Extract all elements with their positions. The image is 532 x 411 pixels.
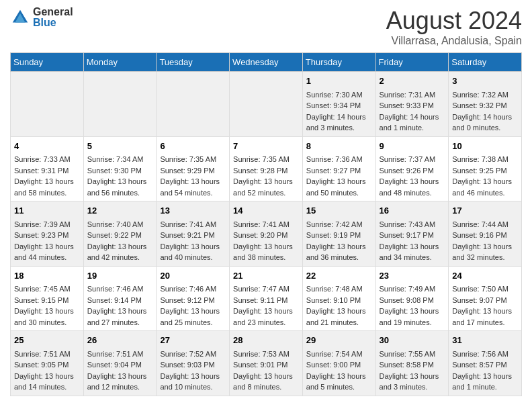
day-info-line: Sunset: 9:16 PM xyxy=(452,230,518,241)
day-info-line: Sunset: 9:29 PM xyxy=(160,165,226,177)
calendar-cell: 27Sunrise: 7:52 AMSunset: 9:03 PMDayligh… xyxy=(157,331,230,396)
day-info-line: Sunset: 9:10 PM xyxy=(306,295,372,306)
day-info-line: and 12 minutes. xyxy=(87,381,153,393)
calendar-cell xyxy=(157,72,230,137)
header-tuesday: Tuesday xyxy=(157,53,230,72)
day-info-line: Sunrise: 7:43 AM xyxy=(380,219,445,230)
calendar-header: Sunday Monday Tuesday Wednesday Thursday… xyxy=(11,53,522,72)
day-info-line: Sunset: 9:34 PM xyxy=(306,100,372,111)
calendar-week-3: 18Sunrise: 7:45 AMSunset: 9:15 PMDayligh… xyxy=(11,266,522,331)
day-info-line: Sunset: 9:26 PM xyxy=(380,165,445,177)
day-number: 11 xyxy=(14,204,80,218)
day-number: 27 xyxy=(160,334,226,347)
calendar-body: 1Sunrise: 7:30 AMSunset: 9:34 PMDaylight… xyxy=(11,72,522,396)
day-info-line: Sunrise: 7:38 AM xyxy=(452,154,518,165)
day-number: 28 xyxy=(233,334,299,347)
day-number: 6 xyxy=(160,140,226,153)
calendar-cell: 26Sunrise: 7:51 AMSunset: 9:04 PMDayligh… xyxy=(83,331,157,396)
day-info-line: Sunrise: 7:46 AM xyxy=(160,283,226,295)
day-info-line: Sunrise: 7:53 AM xyxy=(233,349,299,360)
day-info-line: Daylight: 13 hours xyxy=(160,371,226,382)
day-info-line: Sunset: 9:25 PM xyxy=(452,165,518,177)
day-number: 23 xyxy=(380,269,445,283)
day-info-line: Daylight: 13 hours xyxy=(452,241,518,253)
day-info-line: and 58 minutes. xyxy=(14,187,80,199)
day-info-line: Sunrise: 7:52 AM xyxy=(160,349,226,360)
calendar-cell: 14Sunrise: 7:41 AMSunset: 9:20 PMDayligh… xyxy=(230,201,303,267)
day-number: 15 xyxy=(306,204,372,218)
day-info-line: Sunrise: 7:46 AM xyxy=(87,283,153,295)
day-info-line: Sunrise: 7:50 AM xyxy=(452,283,518,295)
day-number: 14 xyxy=(233,204,299,218)
day-info-line: and 23 minutes. xyxy=(233,317,299,328)
calendar-cell: 12Sunrise: 7:40 AMSunset: 9:22 PMDayligh… xyxy=(83,201,157,267)
day-info-line: and 0 minutes. xyxy=(452,122,518,134)
day-number: 31 xyxy=(452,334,518,347)
header-friday: Friday xyxy=(375,53,449,72)
day-info-line: Sunrise: 7:45 AM xyxy=(14,283,80,295)
calendar-cell: 2Sunrise: 7:31 AMSunset: 9:33 PMDaylight… xyxy=(375,72,449,137)
day-info-line: Sunset: 9:27 PM xyxy=(306,165,372,177)
calendar-cell: 25Sunrise: 7:51 AMSunset: 9:05 PMDayligh… xyxy=(11,331,84,396)
day-info-line: Sunrise: 7:36 AM xyxy=(306,154,372,165)
day-info-line: Sunrise: 7:35 AM xyxy=(160,154,226,165)
day-info-line: Daylight: 13 hours xyxy=(306,241,372,253)
calendar-cell: 31Sunrise: 7:56 AMSunset: 8:57 PMDayligh… xyxy=(449,331,522,396)
day-info-line: Sunrise: 7:41 AM xyxy=(160,219,226,230)
day-info-line: Sunrise: 7:35 AM xyxy=(233,154,299,165)
day-info-line: and 19 minutes. xyxy=(380,317,445,328)
header-wednesday: Wednesday xyxy=(230,53,303,72)
calendar-cell: 29Sunrise: 7:54 AMSunset: 9:00 PMDayligh… xyxy=(302,331,375,396)
day-info-line: Sunset: 9:20 PM xyxy=(233,230,299,241)
day-info-line: Daylight: 13 hours xyxy=(306,176,372,187)
day-info-line: Sunset: 9:32 PM xyxy=(452,100,518,111)
day-info-line: and 42 minutes. xyxy=(87,252,153,263)
calendar-cell: 18Sunrise: 7:45 AMSunset: 9:15 PMDayligh… xyxy=(11,266,84,331)
day-number: 18 xyxy=(14,269,80,283)
calendar-cell: 22Sunrise: 7:48 AMSunset: 9:10 PMDayligh… xyxy=(302,266,375,331)
day-info-line: Sunset: 9:05 PM xyxy=(14,359,80,371)
day-number: 1 xyxy=(306,75,372,88)
day-number: 12 xyxy=(87,204,153,218)
day-number: 17 xyxy=(452,204,518,218)
day-info-line: Sunrise: 7:33 AM xyxy=(14,154,80,165)
day-info-line: Sunset: 8:58 PM xyxy=(380,359,445,371)
day-info-line: Sunset: 9:03 PM xyxy=(160,359,226,371)
header-row: Sunday Monday Tuesday Wednesday Thursday… xyxy=(11,53,522,72)
day-info-line: and 32 minutes. xyxy=(452,252,518,263)
calendar-cell xyxy=(230,72,303,137)
day-info-line: Sunset: 9:15 PM xyxy=(14,295,80,306)
day-info-line: Sunset: 9:31 PM xyxy=(14,165,80,177)
day-info-line: Sunrise: 7:51 AM xyxy=(14,349,80,360)
day-info-line: Daylight: 13 hours xyxy=(380,306,445,317)
day-info-line: and 40 minutes. xyxy=(160,252,226,263)
day-number: 29 xyxy=(306,334,372,347)
day-number: 24 xyxy=(452,269,518,283)
logo-general: General xyxy=(33,7,73,17)
calendar-cell: 20Sunrise: 7:46 AMSunset: 9:12 PMDayligh… xyxy=(157,266,230,331)
day-info-line: Sunrise: 7:32 AM xyxy=(452,89,518,101)
day-info-line: Daylight: 13 hours xyxy=(306,306,372,317)
day-info-line: Daylight: 13 hours xyxy=(160,176,226,187)
calendar-week-4: 25Sunrise: 7:51 AMSunset: 9:05 PMDayligh… xyxy=(11,331,522,396)
day-info-line: and 17 minutes. xyxy=(452,317,518,328)
day-number: 5 xyxy=(87,140,153,153)
day-info-line: Sunset: 9:22 PM xyxy=(87,230,153,241)
day-info-line: Sunset: 9:28 PM xyxy=(233,165,299,177)
calendar-cell: 1Sunrise: 7:30 AMSunset: 9:34 PMDaylight… xyxy=(302,72,375,137)
calendar-cell: 19Sunrise: 7:46 AMSunset: 9:14 PMDayligh… xyxy=(83,266,157,331)
calendar-cell: 5Sunrise: 7:34 AMSunset: 9:30 PMDaylight… xyxy=(83,136,157,201)
calendar-cell: 6Sunrise: 7:35 AMSunset: 9:29 PMDaylight… xyxy=(157,136,230,201)
day-info-line: Daylight: 13 hours xyxy=(233,241,299,253)
day-info-line: and 38 minutes. xyxy=(233,252,299,263)
day-info-line: Daylight: 13 hours xyxy=(452,371,518,382)
day-number: 19 xyxy=(87,269,153,283)
calendar-cell xyxy=(83,72,157,137)
day-info-line: Sunrise: 7:54 AM xyxy=(306,349,372,360)
day-info-line: Sunset: 9:01 PM xyxy=(233,359,299,371)
day-info-line: and 34 minutes. xyxy=(380,252,445,263)
day-number: 9 xyxy=(380,140,445,153)
day-info-line: Daylight: 13 hours xyxy=(306,371,372,382)
day-info-line: Daylight: 13 hours xyxy=(87,176,153,187)
day-info-line: Daylight: 13 hours xyxy=(380,176,445,187)
